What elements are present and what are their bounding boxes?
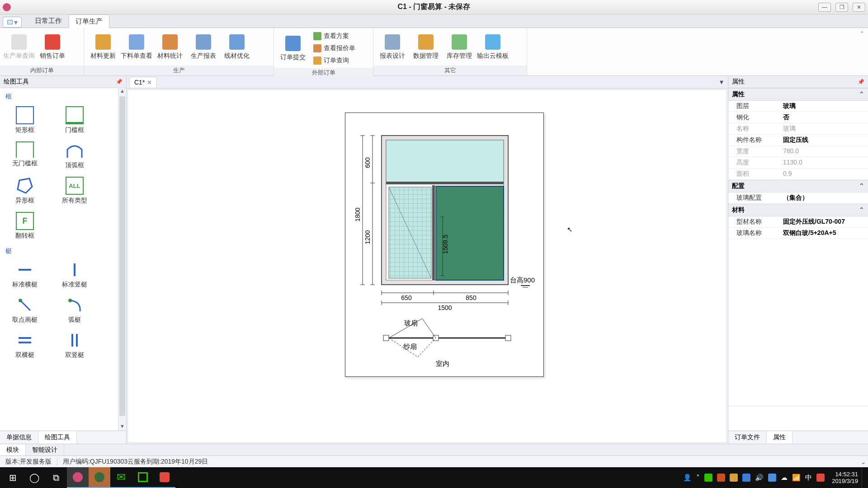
- prop-tempered[interactable]: 否: [780, 112, 868, 123]
- prop-profile-name[interactable]: 固定外压线/GL70-007: [780, 216, 868, 227]
- status-chevron-icon[interactable]: ⌄: [859, 458, 868, 465]
- drawing-page: 1509.5 台高900 600 1200 1800 650 850: [345, 113, 544, 377]
- legend-indoor: 室内: [436, 360, 449, 367]
- tray-sogou-icon[interactable]: [816, 474, 825, 482]
- tray-icon-4[interactable]: [742, 474, 750, 482]
- layout-view-button[interactable]: ▾: [3, 17, 22, 28]
- taskbar-app2[interactable]: [89, 467, 110, 488]
- prop-component-name[interactable]: 固定压线: [780, 135, 868, 145]
- group-production: 生产: [84, 66, 274, 75]
- show-desktop-button[interactable]: [862, 467, 866, 488]
- tool-arc-top-frame[interactable]: 顶弧框: [59, 141, 90, 169]
- data-manage-button[interactable]: 数据管理: [410, 29, 442, 66]
- tool-sill-frame[interactable]: 门槛框: [59, 106, 90, 134]
- property-grid[interactable]: 属性⌃ 图层玻璃 钢化否 名称玻璃 构件名称固定压线 宽度780.0 高度113…: [728, 88, 868, 406]
- view-quote-button[interactable]: 查看报价单: [312, 42, 357, 54]
- submit-order-button[interactable]: 订单提交: [277, 30, 309, 66]
- dim-w2: 850: [466, 294, 476, 301]
- tab-order-production[interactable]: 订单生产: [69, 14, 109, 28]
- tool-list[interactable]: 框 矩形框 门槛框 无门槛框 顶弧框 异形框 ALL所有类型 F翻转框 梃 标准…: [0, 88, 118, 431]
- tool-v-mullion[interactable]: 标准竖梃: [59, 261, 90, 289]
- order-query-button[interactable]: 订单查询: [312, 55, 357, 66]
- volume-icon[interactable]: 🔊: [755, 474, 764, 482]
- inventory-button[interactable]: 库存管理: [443, 29, 476, 66]
- tool-double-h-mullion[interactable]: 双横梃: [9, 331, 41, 359]
- onedrive-icon[interactable]: ☁: [781, 474, 788, 482]
- pin-icon[interactable]: 📌: [858, 79, 864, 85]
- task-view-button[interactable]: ⧉: [45, 467, 67, 488]
- material-stats-button[interactable]: 材料统计: [154, 29, 186, 66]
- taskbar-app4[interactable]: [154, 467, 175, 488]
- material-update-button[interactable]: 材料更新: [87, 29, 119, 66]
- tool-point-mullion[interactable]: 取点画梃: [9, 296, 41, 324]
- app-icon: [3, 3, 11, 11]
- view-plan-button[interactable]: 查看方案: [312, 30, 357, 42]
- document-tab-c1[interactable]: C1*✕: [129, 77, 157, 87]
- prop-glass-config[interactable]: （集合）: [780, 192, 868, 203]
- ime-indicator[interactable]: 中: [805, 474, 812, 482]
- cortana-button[interactable]: ◯: [24, 467, 45, 488]
- svg-marker-0: [18, 178, 32, 193]
- wifi-icon[interactable]: 📶: [792, 474, 801, 482]
- tray-icon-2[interactable]: [717, 474, 725, 482]
- left-scrollbar[interactable]: ▲▼: [118, 88, 126, 431]
- ribbon-collapse-button[interactable]: ⌃: [854, 28, 868, 75]
- group-material[interactable]: 材料: [732, 206, 745, 214]
- group-config[interactable]: 配置: [732, 182, 745, 190]
- people-icon[interactable]: 👤: [683, 474, 692, 482]
- tray-chevron-icon[interactable]: ˄: [696, 474, 700, 482]
- taskbar-app3[interactable]: [132, 467, 154, 488]
- tool-double-v-mullion[interactable]: 双竖梃: [59, 331, 90, 359]
- drawing-tools-title: 绘图工具: [4, 78, 29, 86]
- prop-layer[interactable]: 玻璃: [780, 101, 868, 112]
- dim-inner: 1509.5: [442, 235, 449, 254]
- taskbar-app1[interactable]: [67, 467, 89, 488]
- tray-wechat-icon[interactable]: [704, 474, 712, 482]
- prop-width: 780.0: [780, 146, 868, 157]
- tool-irregular-frame[interactable]: 异形框: [9, 177, 41, 205]
- drawing-tools-panel: 绘图工具📌 框 矩形框 门槛框 无门槛框 顶弧框 异形框 ALL所有类型 F翻转…: [0, 76, 127, 444]
- tool-rect-frame[interactable]: 矩形框: [9, 106, 41, 134]
- tab-daily[interactable]: 日常工作: [28, 14, 69, 28]
- doc-tabs-dropdown[interactable]: ▾: [715, 78, 728, 86]
- start-button[interactable]: ⊞: [2, 467, 24, 488]
- prod-order-query-button[interactable]: 生产单查询: [3, 29, 35, 66]
- legend-glass-sash: 玻扇: [404, 319, 418, 327]
- drawing-canvas[interactable]: 1509.5 台高900 600 1200 1800 650 850: [127, 89, 727, 443]
- close-button[interactable]: ✕: [853, 3, 865, 12]
- canvas-area: C1*✕ ▾: [127, 76, 728, 444]
- close-tab-icon[interactable]: ✕: [147, 79, 152, 86]
- taskbar-clock[interactable]: 14:52:312019/3/19: [828, 471, 862, 484]
- pin-icon[interactable]: 📌: [116, 79, 123, 85]
- tool-all-types[interactable]: ALL所有类型: [59, 177, 90, 205]
- profile-optimize-button[interactable]: 线材优化: [221, 29, 253, 66]
- tool-flip-frame[interactable]: F翻转框: [9, 212, 41, 240]
- group-props[interactable]: 属性: [732, 90, 745, 99]
- right-tab-order-file[interactable]: 订单文件: [728, 431, 767, 444]
- report-design-button[interactable]: 报表设计: [376, 29, 409, 66]
- tray-icon-3[interactable]: [730, 474, 738, 482]
- cutting-list-button[interactable]: 下料单查看: [120, 29, 153, 66]
- tool-no-sill-frame[interactable]: 无门槛框: [9, 141, 41, 169]
- prop-glass-name[interactable]: 双钢白玻/5+20A+5: [780, 228, 868, 239]
- sales-order-button[interactable]: 销售订单: [36, 29, 69, 66]
- left-tab-order-info[interactable]: 单据信息: [0, 431, 38, 444]
- system-tray[interactable]: 👤 ˄ 🔊 ☁ 📶 中: [679, 474, 828, 482]
- production-report-button[interactable]: 生产报表: [187, 29, 220, 66]
- left-tab-drawing-tools[interactable]: 绘图工具: [38, 431, 77, 444]
- menu-tabstrip: ▾ 日常工作 订单生产: [0, 14, 868, 28]
- dim-h2: 1200: [364, 230, 371, 244]
- maximize-button[interactable]: ❐: [835, 3, 848, 12]
- export-cloud-template-button[interactable]: 输出云模板: [476, 29, 509, 66]
- tool-arc-mullion[interactable]: 弧梃: [59, 296, 90, 324]
- minimize-button[interactable]: —: [818, 3, 831, 12]
- tab-module[interactable]: 模块: [0, 444, 26, 456]
- status-user: 用户编码:QJFU190303云服务到期:2019年10月29日: [57, 458, 213, 466]
- tab-smart-design[interactable]: 智能设计: [26, 444, 64, 456]
- tool-h-mullion[interactable]: 标准横梃: [9, 261, 41, 289]
- tray-icon-5[interactable]: [768, 474, 776, 482]
- right-tab-properties[interactable]: 属性: [767, 431, 793, 444]
- svg-line-47: [422, 319, 436, 338]
- group-internal-order: 内部订单: [0, 66, 84, 75]
- taskbar-wechat[interactable]: ✉: [110, 467, 132, 488]
